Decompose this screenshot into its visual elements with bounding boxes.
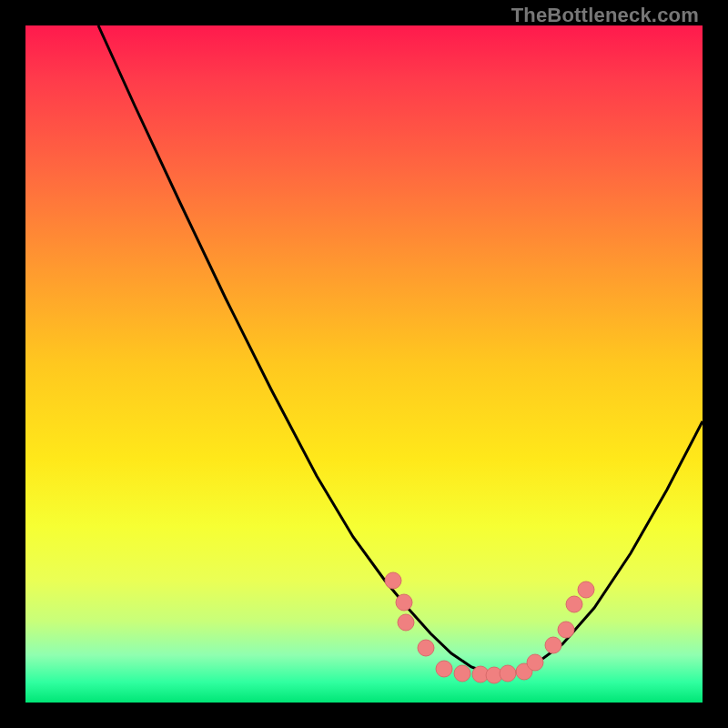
curve-dot	[436, 661, 452, 677]
curve-dot	[527, 654, 543, 671]
curve-dot	[385, 572, 401, 589]
chart-svg	[25, 25, 703, 703]
curve-dot	[558, 622, 574, 638]
curve-dot	[545, 637, 561, 653]
watermark-text: TheBottleneck.com	[511, 4, 699, 27]
curve-dot	[398, 614, 414, 631]
curve-dot	[566, 596, 582, 612]
curve-dot	[418, 640, 434, 656]
chart-frame	[25, 25, 703, 703]
curve-dot	[396, 594, 412, 611]
curve-dot	[500, 665, 516, 682]
curve-dots	[385, 572, 594, 683]
curve-dot	[454, 665, 470, 682]
curve-dot	[578, 581, 594, 598]
